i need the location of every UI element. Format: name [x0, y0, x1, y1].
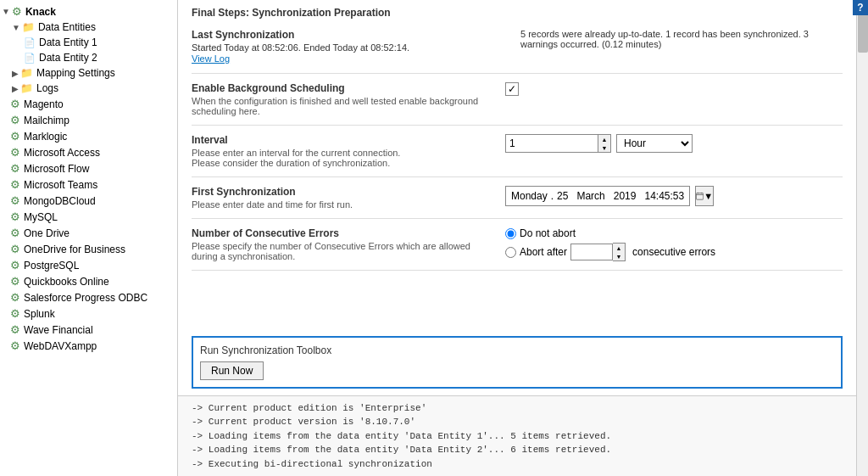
sidebar-item-mailchimp[interactable]: ▶ ⚙ Mailchimp [0, 112, 177, 128]
svg-rect-0 [697, 193, 704, 200]
sidebar-label-mailchimp: Mailchimp [24, 115, 70, 126]
abort-label: Abort after [520, 246, 567, 258]
last-sync-section: Last Synchronization Started Today at 08… [192, 24, 843, 74]
sidebar-label-wave: Wave Financial [24, 324, 93, 336]
abort-down-btn[interactable]: ▼ [613, 252, 625, 260]
sidebar-item-onedrive-business[interactable]: ▶ ⚙ OneDrive for Business [0, 241, 177, 257]
gear-icon-ms-teams: ⚙ [10, 178, 20, 191]
interval-desc1: Please enter an interval for the current… [192, 148, 497, 158]
sidebar-item-marklogic[interactable]: ▶ ⚙ Marklogic [0, 128, 177, 144]
gear-icon-ms-access: ⚙ [10, 146, 20, 159]
gear-icon-onedrive-business: ⚙ [10, 243, 20, 255]
no-abort-label: Do not abort [520, 227, 576, 239]
sidebar-label-mongodb: MongoDBCloud [24, 195, 96, 207]
sidebar-label-one-drive: One Drive [24, 227, 70, 239]
view-log-link[interactable]: View Log [192, 53, 230, 64]
sidebar-item-magento[interactable]: ▶ ⚙ Magento [0, 96, 177, 112]
interval-spinner: ▲ ▼ [505, 134, 611, 153]
sidebar-item-knack[interactable]: ▼ ⚙ Knack [0, 3, 177, 20]
sidebar-label-marklogic: Marklogic [24, 131, 67, 143]
sidebar-label-mysql: MySQL [24, 211, 58, 223]
gear-icon-marklogic: ⚙ [10, 130, 20, 143]
gear-icon-wave: ⚙ [10, 323, 20, 336]
enable-bg-checkbox[interactable] [505, 82, 519, 96]
interval-left: Interval Please enter an interval for th… [192, 134, 497, 168]
sidebar-item-quickbooks[interactable]: ▶ ⚙ Quickbooks Online [0, 273, 177, 289]
enable-bg-title: Enable Background Scheduling [192, 82, 497, 94]
gear-icon-webdav: ⚙ [10, 339, 20, 352]
enable-bg-left: Enable Background Scheduling When the co… [192, 82, 497, 116]
arrow-logs: ▶ [12, 84, 19, 93]
errors-left: Number of Consecutive Errors Please spec… [192, 227, 497, 261]
sync-year: 2019 [614, 190, 637, 202]
abort-radio[interactable] [505, 247, 516, 258]
scrollbar[interactable] [856, 0, 868, 476]
sidebar-label-quickbooks: Quickbooks Online [24, 276, 109, 288]
interval-down-btn[interactable]: ▼ [598, 143, 610, 152]
gear-icon-quickbooks: ⚙ [10, 275, 20, 288]
sidebar-item-splunk[interactable]: ▶ ⚙ Splunk [0, 305, 177, 322]
interval-up-btn[interactable]: ▲ [598, 135, 610, 143]
errors-right: Do not abort Abort after ▲ ▼ [505, 227, 843, 261]
sidebar-item-wave-financial[interactable]: ▶ ⚙ Wave Financial [0, 322, 177, 338]
folder-icon-logs: 📁 [20, 82, 33, 94]
sidebar-item-microsoft-access[interactable]: ▶ ⚙ Microsoft Access [0, 144, 177, 160]
sidebar-label-logs: Logs [36, 82, 58, 94]
first-sync-desc: Please enter date and time for first run… [192, 199, 497, 210]
log-line-1: -> Current product edition is 'Enterpris… [192, 401, 843, 416]
abort-value-input[interactable] [570, 244, 613, 260]
gear-icon-mailchimp: ⚙ [10, 114, 20, 126]
sidebar-label-onedrive-business: OneDrive for Business [24, 244, 125, 255]
run-now-button[interactable]: Run Now [200, 361, 264, 380]
cal-dropdown-arrow: ▼ [704, 191, 713, 201]
sidebar-label-knack: Knack [25, 6, 56, 18]
sidebar-item-postgresql[interactable]: ▶ ⚙ PostgreSQL [0, 257, 177, 273]
sidebar-item-data-entity-1[interactable]: 📄 Data Entity 1 [0, 35, 177, 50]
sidebar-item-webdavxampp[interactable]: ▶ ⚙ WebDAVXampp [0, 338, 177, 354]
sidebar-label-entity2: Data Entity 2 [39, 52, 97, 64]
interval-right: ▲ ▼ Hour Minute Day Week [505, 134, 843, 153]
sidebar-label-data-entities: Data Entities [38, 21, 96, 33]
calendar-picker-btn[interactable]: ▼ [695, 186, 714, 206]
interval-input[interactable] [505, 134, 598, 153]
first-sync-right: Monday . 25 March 2019 14:45:53 [505, 186, 843, 206]
sidebar-label-mapping: Mapping Settings [36, 67, 115, 79]
doc-icon-entity1: 📄 [24, 37, 36, 48]
sync-left: Last Synchronization Started Today at 08… [192, 29, 409, 64]
interval-desc2: Please consider the duration of synchron… [192, 158, 497, 168]
sidebar-item-data-entities[interactable]: ▼ 📁 Data Entities [0, 20, 177, 35]
gear-icon-mysql: ⚙ [10, 210, 20, 223]
sidebar-item-data-entity-2[interactable]: 📄 Data Entity 2 [0, 50, 177, 65]
arrow-mapping: ▶ [12, 69, 19, 78]
sync-time: 14:45:53 [644, 190, 684, 202]
sidebar-item-microsoft-teams[interactable]: ▶ ⚙ Microsoft Teams [0, 176, 177, 193]
abort-spinner: ▲ ▼ [570, 243, 626, 261]
sidebar-item-mysql[interactable]: ▶ ⚙ MySQL [0, 209, 177, 225]
abort-suffix: consecutive errors [632, 246, 715, 258]
sidebar-item-logs[interactable]: ▶ 📁 Logs [0, 81, 177, 96]
first-sync-row: First Synchronization Please enter date … [192, 177, 843, 219]
help-button[interactable]: ? [853, 0, 868, 15]
sidebar-item-one-drive[interactable]: ▶ ⚙ One Drive [0, 225, 177, 241]
gear-icon-salesforce: ⚙ [10, 291, 20, 304]
abort-up-btn[interactable]: ▲ [613, 244, 625, 252]
no-abort-radio[interactable] [505, 228, 516, 239]
sidebar-item-mapping-settings[interactable]: ▶ 📁 Mapping Settings [0, 65, 177, 81]
calendar-icon [696, 191, 704, 201]
interval-unit-select[interactable]: Hour Minute Day Week [616, 134, 693, 153]
folder-icon-mapping: 📁 [20, 67, 33, 79]
enable-bg-row: Enable Background Scheduling When the co… [192, 74, 843, 126]
last-sync-title: Last Synchronization [192, 29, 409, 41]
main-content: Final Steps: Synchronization Preparation… [178, 0, 856, 476]
sidebar-label-webdav: WebDAVXampp [24, 340, 97, 352]
consecutive-errors-row: Number of Consecutive Errors Please spec… [192, 219, 843, 271]
gear-icon-magento: ⚙ [10, 98, 20, 110]
sidebar-item-mongodbcloud[interactable]: ▶ ⚙ MongoDBCloud [0, 193, 177, 209]
interval-title: Interval [192, 134, 497, 146]
sidebar-item-salesforce[interactable]: ▶ ⚙ Salesforce Progress ODBC [0, 289, 177, 305]
gear-icon-mongodb: ⚙ [10, 194, 20, 207]
sidebar-label-magento: Magento [24, 98, 64, 110]
sidebar-item-microsoft-flow[interactable]: ▶ ⚙ Microsoft Flow [0, 160, 177, 176]
enable-bg-right [505, 82, 843, 96]
sync-status: 5 records were already up-to-date. 1 rec… [520, 29, 843, 64]
